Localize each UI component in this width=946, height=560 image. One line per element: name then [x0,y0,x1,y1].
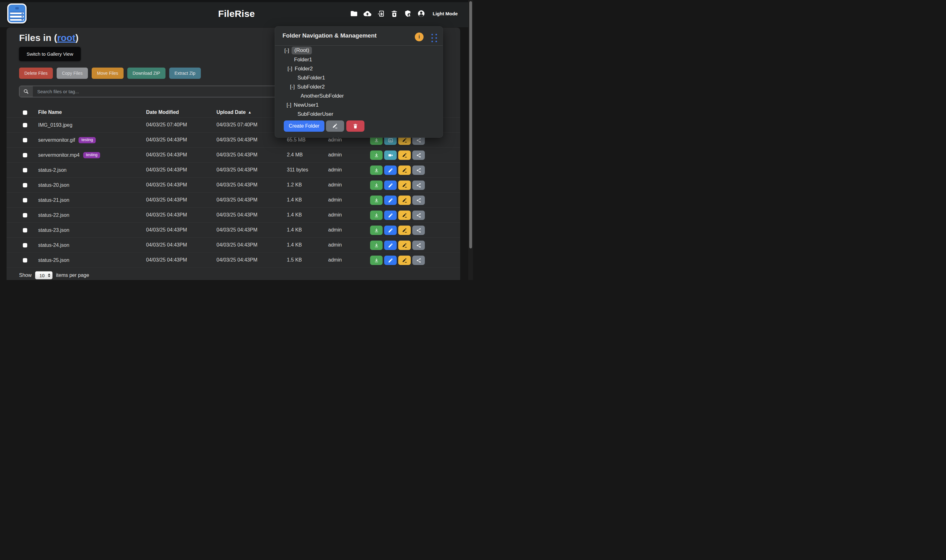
download-zip-button[interactable]: Download ZIP [127,68,166,79]
rename-folder-button[interactable] [326,120,344,132]
edit-file-button[interactable] [384,226,397,235]
file-name-cell: status-2.json [38,163,67,178]
rename-icon [402,228,407,233]
rename-file-button[interactable] [398,241,411,250]
row-checkbox[interactable] [23,183,27,188]
search-input[interactable] [33,86,281,97]
folder-label[interactable]: AnotherSubFolder [301,93,344,99]
rename-file-button[interactable] [398,195,411,205]
tree-collapse-toggle[interactable]: [-] [288,66,292,72]
download-file-button[interactable] [370,226,383,235]
row-checkbox[interactable] [23,138,27,142]
items-per-page-select[interactable]: 10 [35,271,52,279]
switch-gallery-view-button[interactable]: Switch to Gallery View [19,47,81,61]
admin-shield-icon[interactable] [404,10,412,17]
edit-file-button[interactable] [384,195,397,205]
delete-folder-button[interactable] [346,120,365,132]
file-name-cell: status-25.json [38,253,69,268]
row-checkbox[interactable] [23,228,27,232]
extract-zip-button[interactable]: Extract Zip [169,68,201,79]
row-checkbox[interactable] [23,198,27,202]
folder-tree-item[interactable]: [-]SubFolder2 [275,82,443,91]
folder-label[interactable]: SubFolder2 [297,84,325,90]
folder-label[interactable]: Folder1 [294,57,312,63]
column-header-file-name[interactable]: File Name [38,109,62,115]
root-folder-link[interactable]: root [57,32,75,43]
uploader: admin [328,197,342,203]
edit-file-button[interactable] [384,211,397,220]
edit-file-button[interactable] [384,180,397,190]
copy-files-button[interactable]: Copy Files [57,68,88,79]
move-files-button[interactable]: Move Files [92,68,123,79]
download-file-button[interactable] [370,180,383,190]
row-checkbox[interactable] [23,168,27,172]
folder-tree-item[interactable]: SubFolder1 [275,73,443,82]
tree-collapse-toggle[interactable]: [-] [285,48,289,54]
info-icon[interactable]: i [415,32,424,41]
tree-collapse-toggle[interactable]: [-] [286,102,291,108]
upload-date: 04/03/25 04:43PM [217,197,257,203]
cloud-upload-icon[interactable] [363,10,371,17]
file-name: status-2.json [38,168,67,173]
rename-file-button[interactable] [398,255,411,265]
folder-icon[interactable] [350,10,358,17]
rename-file-button[interactable] [398,166,411,175]
preview-video-button[interactable] [384,151,397,160]
tree-collapse-toggle[interactable]: [-] [290,84,295,90]
download-file-button[interactable] [370,166,383,175]
delete-files-button[interactable]: Delete Files [19,68,53,79]
drag-handle-icon[interactable] [431,34,437,42]
share-file-button[interactable] [412,226,425,235]
folder-tree-item[interactable]: [-]Folder2 [275,64,443,73]
edit-file-button[interactable] [384,255,397,265]
download-icon [374,258,379,263]
download-icon [374,168,379,173]
download-file-button[interactable] [370,255,383,265]
folder-tree-item[interactable]: [-]NewUser1 [275,100,443,109]
row-checkbox[interactable] [23,123,27,127]
folder-label[interactable]: Folder2 [295,66,313,72]
share-icon [416,183,421,188]
rename-file-button[interactable] [398,151,411,160]
row-checkbox[interactable] [23,153,27,157]
create-folder-button[interactable]: Create Folder [284,120,325,132]
download-file-button[interactable] [370,211,383,220]
row-checkbox[interactable] [23,243,27,248]
folder-label[interactable]: SubFolder1 [297,75,325,81]
row-checkbox[interactable] [23,258,27,263]
download-file-button[interactable] [370,241,383,250]
folder-label-selected[interactable]: (Root) [292,47,312,54]
share-file-button[interactable] [412,180,425,190]
share-file-button[interactable] [412,166,425,175]
rename-file-button[interactable] [398,180,411,190]
edit-file-button[interactable] [384,241,397,250]
select-all-checkbox[interactable] [23,111,27,115]
folder-tree-item[interactable]: AnotherSubFolder [275,91,443,100]
theme-toggle-button[interactable]: Light Mode [433,11,458,16]
account-circle-icon[interactable] [417,10,425,17]
share-file-button[interactable] [412,211,425,220]
download-file-button[interactable] [370,195,383,205]
logout-icon[interactable] [377,10,385,17]
share-file-button[interactable] [412,255,425,265]
share-icon [416,228,421,233]
edit-file-button[interactable] [384,166,397,175]
share-file-button[interactable] [412,241,425,250]
share-file-button[interactable] [412,195,425,205]
column-header-date-modified[interactable]: Date Modified [146,109,179,115]
search-icon[interactable] [19,86,33,97]
rename-file-button[interactable] [398,226,411,235]
folder-label[interactable]: NewUser1 [294,102,318,108]
folder-tree-item[interactable]: [-](Root) [275,46,443,55]
folder-tree-item[interactable]: SubFolderUser [275,109,443,118]
restore-trash-icon[interactable] [391,10,398,17]
column-header-upload-date[interactable]: Upload Date▲ [217,109,252,115]
row-checkbox[interactable] [23,213,27,217]
download-file-button[interactable] [370,151,383,160]
page-scrollbar-thumb[interactable] [469,1,472,248]
folder-tree-item[interactable]: Folder1 [275,55,443,64]
rename-file-button[interactable] [398,211,411,220]
folder-label[interactable]: SubFolderUser [297,111,333,117]
table-row: status-20.json04/03/25 04:43PM04/03/25 0… [6,178,460,193]
share-file-button[interactable] [412,151,425,160]
